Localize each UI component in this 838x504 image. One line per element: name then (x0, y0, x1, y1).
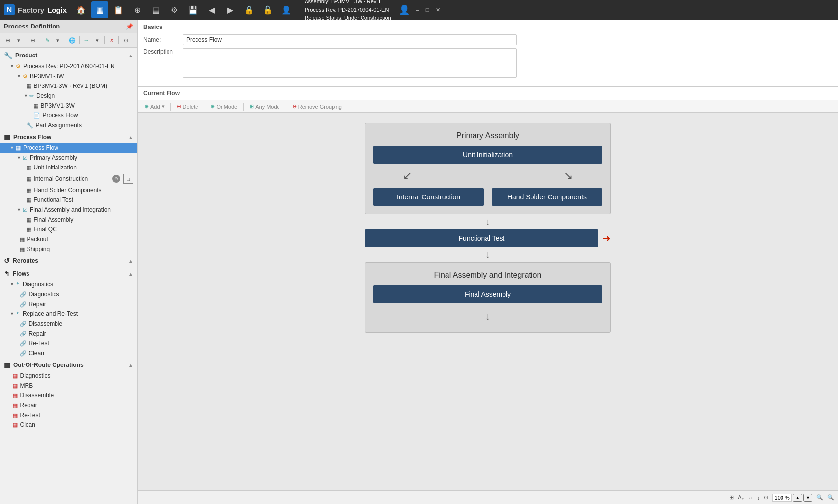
win-minimize[interactable]: – (414, 6, 421, 14)
tree-item-oor-disassemble[interactable]: ▦ Disassemble (0, 391, 137, 400)
tree-item-oor-mrb[interactable]: ▦ MRB (0, 381, 137, 391)
grid-view-btn[interactable]: ⊞ (729, 494, 734, 501)
functional-test-node[interactable]: Functional Test (365, 229, 598, 247)
nav-gear-icon[interactable]: ⚙ (166, 1, 183, 18)
fit-width-btn[interactable]: ↔ (748, 495, 754, 501)
tree-item-final-qc[interactable]: ▦ Final QC (0, 224, 137, 234)
tree-item-process-rev[interactable]: ▼ ⚙ Process Rev: PD-20170904-01-EN (0, 61, 137, 71)
remove-btn[interactable]: ⊖ (28, 35, 38, 45)
main-layout: Process Definition 📌 ⊕ ▾ ⊖ ✎ ▾ 🌐 → ▾ ✕ ⊙ (0, 20, 838, 504)
oor-up[interactable]: ▲ (128, 363, 133, 368)
ft-icon: ▦ (27, 197, 31, 203)
add-btn[interactable]: ⊕ (3, 35, 13, 45)
nav-back-icon[interactable]: ◀ (203, 1, 220, 18)
tree-item-oor-repair[interactable]: ▦ Repair (0, 400, 137, 410)
flows-section-header[interactable]: ↰ Flows ▲ (0, 268, 137, 280)
nav-home-icon[interactable]: 🏠 (73, 1, 89, 18)
tree-item-repair-sub-flow[interactable]: 🔗 Repair (0, 329, 137, 338)
tree-item-bom[interactable]: ▦ BP3MV1-3W · Rev 1 (BOM) (0, 81, 137, 91)
tree-item-process-flow[interactable]: ▼ ▦ Process Flow (0, 143, 137, 153)
zoom-out-btn[interactable]: 🔍 (827, 494, 834, 501)
reroutes-up[interactable]: ▲ (128, 258, 133, 264)
unit-initialization-node[interactable]: Unit Initialization (373, 146, 602, 164)
zoom-input[interactable] (772, 494, 792, 502)
arrow-btn[interactable]: → (82, 35, 91, 45)
tree-item-packout[interactable]: ▦ Packout (0, 234, 137, 244)
nav-doc-icon[interactable]: 📋 (110, 1, 127, 18)
product-section-up[interactable]: ▲ (128, 53, 133, 58)
cf-or-mode-btn[interactable]: ⊕ Or Mode (208, 102, 239, 111)
nav-circle-icon[interactable]: ⊕ (129, 1, 145, 18)
tree-item-diag-sub[interactable]: 🔗 Diagnostics (0, 289, 137, 299)
arrow-dropdown[interactable]: ▾ (92, 35, 102, 45)
process-flow-section-up[interactable]: ▲ (128, 135, 133, 140)
nav-person-icon[interactable]: 👤 (278, 1, 295, 18)
tree-item-disassemble-flow[interactable]: 🔗 Disassemble (0, 319, 137, 329)
ic-icon: ▦ (27, 176, 31, 182)
refresh-btn[interactable]: ⊙ (121, 35, 131, 45)
product-section-header[interactable]: 🔧 Product ▲ (0, 50, 137, 61)
cf-delete-btn[interactable]: ⊖ Delete (175, 102, 200, 111)
nav-forward-icon[interactable]: ▶ (222, 1, 239, 18)
tree-item-repair-flow[interactable]: 🔗 Repair (0, 299, 137, 309)
win-close[interactable]: ✕ (433, 6, 443, 14)
fit-height-btn[interactable]: ↕ (757, 495, 760, 501)
reroutes-section-header[interactable]: ↺ Reroutes ▲ (0, 255, 137, 267)
final-assembly-node[interactable]: Final Assembly (373, 285, 602, 303)
tree-item-diagnostics-flow[interactable]: ▼ ↰ Diagnostics (0, 280, 137, 289)
cancel-btn[interactable]: ✕ (107, 35, 116, 45)
center-btn[interactable]: ⊙ (764, 494, 768, 501)
cf-add-btn[interactable]: ⊕ Add ▾ (142, 102, 167, 111)
tree-item-oor-clean[interactable]: ▦ Clean (0, 420, 137, 430)
fit-all-btn[interactable]: Aᵥ (738, 494, 744, 501)
global-btn[interactable]: 🌐 (67, 35, 77, 45)
nav-lock-icon[interactable]: 🔒 (241, 1, 257, 18)
tree-item-oor-diagnostics[interactable]: ▦ Diagnostics (0, 371, 137, 381)
tree-item-unit-init[interactable]: ▦ Unit Initialization (0, 163, 137, 172)
tree-item-design[interactable]: ▼ ✏ Design (0, 91, 137, 101)
nav-grid-icon[interactable]: ▦ (91, 1, 108, 18)
oor-dis-icon: ▦ (13, 392, 18, 399)
expand-icon (24, 197, 25, 202)
tree-item-primary-assembly[interactable]: ▼ ☑ Primary Assembly (0, 153, 137, 163)
edit-dropdown[interactable]: ▾ (53, 35, 63, 45)
edit-btn[interactable]: ✎ (42, 35, 52, 45)
name-input[interactable] (183, 34, 517, 45)
internal-construction-node[interactable]: Internal Construction (373, 188, 484, 206)
tree-item-functional-test[interactable]: ▦ Functional Test (0, 195, 137, 205)
tree-item-retest-flow[interactable]: 🔗 Re-Test (0, 338, 137, 348)
add-dropdown[interactable]: ▾ (14, 35, 24, 45)
tree-item-hand-solder[interactable]: ▦ Hand Solder Components (0, 185, 137, 195)
tree-item-bp3mv1[interactable]: ▼ ⚙ BP3MV1-3W (0, 71, 137, 81)
tree-item-final-assembly-integration[interactable]: ▼ ☑ Final Assembly and Integration (0, 205, 137, 215)
tree-item-internal-construction[interactable]: ▦ Internal Construction ⊖ □ (0, 172, 137, 185)
tree-item-process-flow-link[interactable]: 📄 Process Flow (0, 111, 137, 120)
tree-item-part-assignments[interactable]: 🔧 Part Assignments (0, 120, 137, 130)
user-icon[interactable]: 👤 (399, 4, 410, 15)
cf-remove-grouping-btn[interactable]: ⊖ Remove Grouping (290, 102, 344, 111)
zoom-in-btn[interactable]: 🔍 (816, 494, 823, 501)
pin-icon[interactable]: 📌 (126, 23, 133, 30)
expand-icon (17, 292, 18, 297)
tree-item-final-assembly[interactable]: ▦ Final Assembly (0, 215, 137, 224)
tree-item-clean-flow[interactable]: 🔗 Clean (0, 348, 137, 358)
tree-item-bp3mv1-2[interactable]: ▦ BP3MV1-3W (0, 101, 137, 111)
product-section: 🔧 Product ▲ ▼ ⚙ Process Rev: PD-20170904… (0, 50, 137, 130)
out-of-route-header[interactable]: ▦ Out-Of-Route Operations ▲ (0, 359, 137, 371)
tree-item-oor-retest[interactable]: ▦ Re-Test (0, 410, 137, 420)
nav-table-icon[interactable]: ▤ (147, 1, 164, 18)
cf-add-label: Add (150, 104, 160, 110)
flows-up[interactable]: ▲ (128, 271, 133, 277)
tree-item-replace-retest-flow[interactable]: ▼ ↰ Replace and Re-Test (0, 309, 137, 319)
nav-save-icon[interactable]: 💾 (185, 1, 201, 18)
process-flow-section-header[interactable]: ▦ Process Flow ▲ (0, 131, 137, 143)
tree-item-shipping[interactable]: ▦ Shipping (0, 244, 137, 254)
nav-unlock-icon[interactable]: 🔓 (259, 1, 276, 18)
cf-any-mode-btn[interactable]: ⊞ Any Mode (248, 102, 282, 111)
zoom-down-btn[interactable]: ▼ (803, 494, 812, 502)
win-maximize[interactable]: □ (423, 6, 432, 14)
hand-solder-node[interactable]: Hand Solder Components (492, 188, 602, 206)
description-textarea[interactable] (183, 48, 517, 78)
zoom-up-btn[interactable]: ▲ (793, 494, 802, 502)
flow-diagram-area[interactable]: Primary Assembly Unit Initialization ↙ ↘… (138, 113, 838, 490)
